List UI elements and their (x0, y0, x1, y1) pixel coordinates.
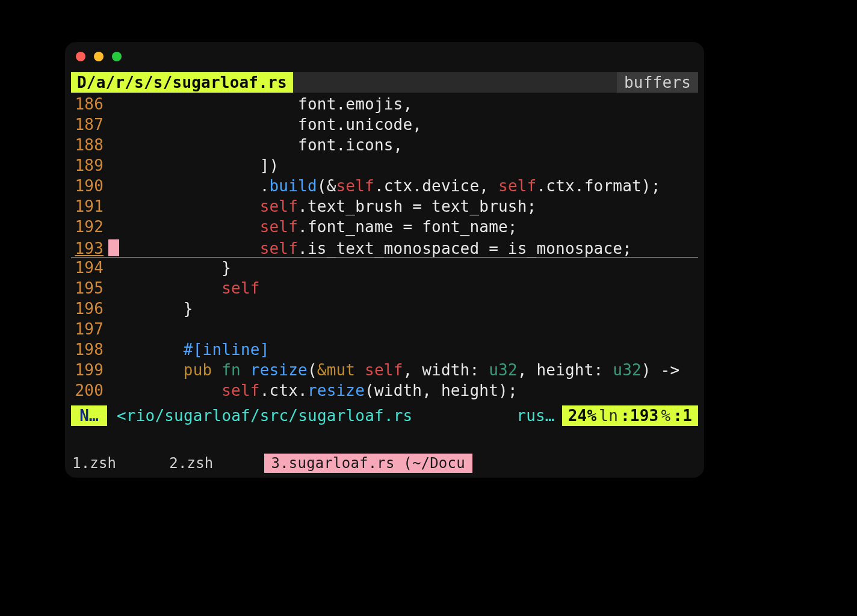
status-file-path: <rio/sugarloaf/src/sugarloaf.rs (107, 405, 509, 426)
status-col-value: :1 (673, 405, 692, 426)
titlebar-spacer (293, 72, 617, 93)
code-line[interactable]: 200 self.ctx.resize(width, height); (71, 380, 698, 401)
code-line[interactable]: 192 self.font_name = font_name; (71, 217, 698, 237)
code-text: } (107, 257, 231, 278)
minimize-icon[interactable] (94, 52, 104, 61)
code-line[interactable]: 199 pub fn resize(&mut self, width: u32,… (71, 360, 698, 380)
code-text: } (107, 298, 193, 319)
status-language: rus… (509, 405, 562, 426)
tab-label: .sugarloaf.rs (~/Docu (280, 453, 465, 473)
line-number: 199 (71, 360, 107, 380)
tab-strip: 1.zsh2.zsh3.sugarloaf.rs (~/Docu (65, 449, 704, 478)
line-number: 194 (71, 257, 107, 278)
tab-index: 3 (271, 453, 280, 473)
tab-index: 1 (72, 453, 81, 473)
code-line[interactable]: 191 self.text_brush = text_brush; (71, 196, 698, 217)
line-number: 196 (71, 298, 107, 319)
line-number: 191 (71, 196, 107, 217)
code-line[interactable]: 193 self.is_text_monospaced = is_monospa… (71, 237, 698, 257)
code-text: font.emojis, (107, 94, 412, 114)
code-line[interactable]: 198 #[inline] (71, 339, 698, 360)
code-line[interactable]: 187 font.unicode, (71, 114, 698, 135)
mode-indicator: N… (71, 405, 107, 426)
code-text: self.is_text_monospaced = is_monospace; (107, 238, 632, 259)
code-text: self (107, 278, 260, 298)
status-col-label: % (661, 405, 670, 426)
line-number: 195 (71, 278, 107, 298)
tab-label: .zsh (81, 453, 117, 473)
line-number: 197 (71, 319, 107, 339)
status-percent: 24% (568, 405, 597, 426)
line-number: 189 (71, 155, 107, 176)
status-ln-value: :193 (620, 405, 658, 426)
status-ln-label: ln (599, 405, 618, 426)
tab-index: 2 (169, 453, 178, 473)
tab[interactable]: 3.sugarloaf.rs (~/Docu (264, 454, 472, 473)
code-editor[interactable]: 186 font.emojis,187 font.unicode,188 fon… (71, 94, 698, 405)
line-number: 192 (71, 217, 107, 237)
line-number: 188 (71, 135, 107, 155)
code-text: pub fn resize(&mut self, width: u32, hei… (107, 360, 679, 380)
code-line[interactable]: 189 ]) (71, 155, 698, 176)
close-icon[interactable] (76, 52, 85, 61)
code-line[interactable]: 196 } (71, 298, 698, 319)
code-line[interactable]: 194 } (71, 257, 698, 278)
line-number: 187 (71, 114, 107, 135)
line-number: 198 (71, 339, 107, 360)
line-number: 190 (71, 176, 107, 196)
code-line[interactable]: 190 .build(&self.ctx.device, self.ctx.fo… (71, 176, 698, 196)
code-line[interactable]: 186 font.emojis, (71, 94, 698, 114)
tab[interactable]: 1.zsh (70, 454, 119, 473)
code-line[interactable]: 197 (71, 319, 698, 339)
code-text: font.icons, (107, 135, 403, 155)
code-text: ]) (107, 155, 279, 176)
status-position: 24% ln :193 % :1 (562, 405, 698, 426)
terminal-window: D/a/r/s/s/sugarloaf.rs buffers 186 font.… (65, 42, 704, 478)
code-text: .build(&self.ctx.device, self.ctx.format… (107, 176, 661, 196)
file-path-breadcrumb[interactable]: D/a/r/s/s/sugarloaf.rs (71, 72, 293, 93)
cursor-icon (108, 239, 119, 256)
editor-statusbar: N… <rio/sugarloaf/src/sugarloaf.rs rus… … (71, 405, 698, 426)
tab-label: .zsh (178, 453, 214, 473)
code-line[interactable]: 195 self (71, 278, 698, 298)
line-number: 200 (71, 380, 107, 401)
line-number: 193 (71, 238, 107, 259)
code-line[interactable]: 188 font.icons, (71, 135, 698, 155)
code-text: self.ctx.resize(width, height); (107, 380, 518, 401)
line-number: 186 (71, 94, 107, 114)
editor-titlebar: D/a/r/s/s/sugarloaf.rs buffers (71, 72, 698, 93)
zoom-icon[interactable] (112, 52, 122, 61)
code-text: font.unicode, (107, 114, 422, 135)
code-text: self.font_name = font_name; (107, 217, 518, 237)
code-text: self.text_brush = text_brush; (107, 196, 536, 217)
tab[interactable]: 2.zsh (167, 454, 215, 473)
window-controls (76, 52, 122, 61)
code-text: #[inline] (107, 339, 270, 360)
buffers-button[interactable]: buffers (617, 72, 698, 93)
